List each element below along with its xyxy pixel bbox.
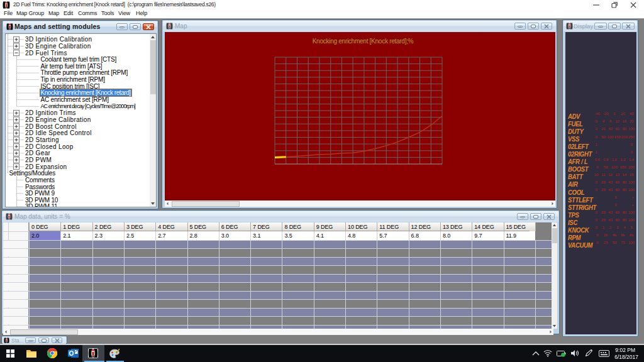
svg-text:O: O xyxy=(69,350,74,357)
svg-text:Knocking enrichment [Knock ret: Knocking enrichment [Knock retard];% xyxy=(313,38,414,45)
